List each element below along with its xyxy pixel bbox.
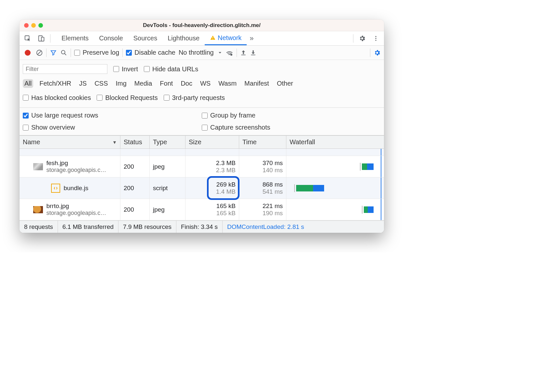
table-header: Name▼ Status Type Size Time Waterfall bbox=[20, 136, 384, 149]
checkbox-label: Disable cache bbox=[134, 49, 175, 56]
upload-har-icon[interactable] bbox=[240, 49, 247, 56]
panel-tabs-row: Elements Console Sources Lighthouse Netw… bbox=[20, 31, 384, 46]
tab-lighthouse[interactable]: Lighthouse bbox=[162, 31, 205, 45]
device-toolbar-icon[interactable] bbox=[36, 34, 46, 43]
filter-type-img[interactable]: Img bbox=[114, 79, 128, 88]
col-name[interactable]: Name▼ bbox=[20, 136, 120, 148]
request-name: bundle.js bbox=[63, 185, 88, 192]
filter-type-all[interactable]: All bbox=[23, 79, 33, 88]
third-party-requests-checkbox[interactable]: 3rd-party requests bbox=[164, 94, 225, 102]
svg-point-10 bbox=[230, 54, 232, 56]
close-window-button[interactable] bbox=[24, 23, 29, 28]
svg-point-5 bbox=[375, 36, 376, 37]
tab-sources[interactable]: Sources bbox=[128, 31, 162, 45]
filter-type-doc[interactable]: Doc bbox=[179, 79, 194, 88]
request-name: fesh.jpg bbox=[46, 160, 106, 167]
tab-label: Console bbox=[99, 35, 123, 42]
filter-type-js[interactable]: JS bbox=[77, 79, 88, 88]
select-value: No throttling bbox=[179, 49, 214, 56]
network-table: Name▼ Status Type Size Time Waterfall fe… bbox=[20, 135, 384, 220]
more-tabs-icon[interactable]: » bbox=[247, 34, 256, 43]
table-body[interactable]: fesh.jpgstorage.googleapis.c…200jpeg2.3 … bbox=[20, 149, 384, 220]
filter-type-other[interactable]: Other bbox=[275, 79, 295, 88]
table-row[interactable] bbox=[20, 149, 384, 156]
col-type[interactable]: Type bbox=[150, 136, 185, 148]
divider bbox=[71, 49, 71, 57]
checkbox-label: Hide data URLs bbox=[152, 65, 198, 73]
filter-panel: Invert Hide data URLs AllFetch/XHRJSCSSI… bbox=[20, 60, 384, 108]
throttling-select[interactable]: No throttling bbox=[179, 49, 222, 56]
divider bbox=[122, 49, 123, 57]
blocked-requests-checkbox[interactable]: Blocked Requests bbox=[97, 94, 158, 102]
inspect-element-icon[interactable] bbox=[23, 34, 33, 43]
filter-funnel-icon[interactable] bbox=[50, 49, 57, 56]
col-size[interactable]: Size bbox=[185, 136, 239, 148]
tab-label: Lighthouse bbox=[168, 35, 199, 42]
filter-type-fetchxhr[interactable]: Fetch/XHR bbox=[38, 79, 73, 88]
checkbox-label: Preserve log bbox=[83, 49, 119, 56]
status-requests: 8 requests bbox=[20, 221, 58, 233]
cell-waterfall bbox=[286, 156, 384, 177]
network-settings-gear-icon[interactable] bbox=[374, 49, 381, 56]
svg-point-9 bbox=[62, 50, 65, 54]
tab-elements[interactable]: Elements bbox=[56, 31, 94, 45]
kebab-menu-icon[interactable] bbox=[371, 34, 381, 43]
group-by-frame-checkbox[interactable]: Group by frame bbox=[202, 112, 381, 119]
invert-checkbox[interactable]: Invert bbox=[113, 65, 138, 73]
tab-network[interactable]: Network bbox=[205, 31, 247, 45]
status-finish: Finish: 3.34 s bbox=[176, 221, 223, 233]
has-blocked-cookies-checkbox[interactable]: Has blocked cookies bbox=[23, 94, 91, 102]
table-row[interactable]: fesh.jpgstorage.googleapis.c…200jpeg2.3 … bbox=[20, 156, 384, 177]
hide-data-urls-checkbox[interactable]: Hide data URLs bbox=[144, 65, 198, 73]
divider bbox=[370, 49, 370, 57]
checkbox-label: Has blocked cookies bbox=[31, 94, 91, 102]
titlebar: DevTools - foul-heavenly-direction.glitc… bbox=[20, 20, 384, 31]
cell-time: 221 ms190 ms bbox=[239, 199, 286, 220]
show-overview-checkbox[interactable]: Show overview bbox=[23, 124, 202, 131]
checkbox-label: Capture screenshots bbox=[210, 124, 270, 131]
svg-rect-3 bbox=[212, 37, 213, 38]
image-thumbnail-icon bbox=[33, 206, 43, 213]
table-row[interactable]: brrto.jpgstorage.googleapis.c…200jpeg165… bbox=[20, 199, 384, 220]
filter-input[interactable] bbox=[23, 64, 107, 74]
filter-type-font[interactable]: Font bbox=[158, 79, 174, 88]
filter-type-css[interactable]: CSS bbox=[93, 79, 109, 88]
capture-screenshots-checkbox[interactable]: Capture screenshots bbox=[202, 124, 381, 131]
network-toolbar: Preserve log Disable cache No throttling bbox=[20, 46, 384, 60]
use-large-rows-checkbox[interactable]: Use large request rows bbox=[23, 112, 202, 119]
col-waterfall[interactable]: Waterfall bbox=[286, 136, 384, 148]
record-button[interactable] bbox=[23, 48, 33, 58]
filter-type-ws[interactable]: WS bbox=[199, 79, 212, 88]
disable-cache-checkbox[interactable]: Disable cache bbox=[126, 49, 175, 56]
preserve-log-checkbox[interactable]: Preserve log bbox=[74, 49, 119, 56]
svg-rect-11 bbox=[241, 54, 245, 55]
col-time[interactable]: Time bbox=[239, 136, 286, 148]
cell-type: jpeg bbox=[150, 199, 185, 220]
col-status[interactable]: Status bbox=[120, 136, 150, 148]
sort-indicator-icon: ▼ bbox=[112, 140, 117, 145]
filter-type-media[interactable]: Media bbox=[133, 79, 154, 88]
settings-gear-icon[interactable] bbox=[357, 34, 367, 43]
search-icon[interactable] bbox=[60, 49, 67, 56]
divider bbox=[46, 49, 47, 57]
filter-type-wasm[interactable]: Wasm bbox=[217, 79, 238, 88]
status-resources: 7.9 MB resources bbox=[118, 221, 176, 233]
status-transferred: 6.1 MB transferred bbox=[58, 221, 118, 233]
checkbox-label: Blocked Requests bbox=[105, 94, 158, 102]
network-options: Use large request rows Group by frame Sh… bbox=[20, 108, 384, 135]
filter-type-manifest[interactable]: Manifest bbox=[243, 79, 271, 88]
tab-console[interactable]: Console bbox=[94, 31, 128, 45]
minimize-window-button[interactable] bbox=[31, 23, 36, 28]
request-domain: storage.googleapis.c… bbox=[46, 167, 106, 174]
table-row[interactable]: bundle.js200script269 kB1.4 MB868 ms541 … bbox=[20, 177, 384, 199]
network-conditions-icon[interactable] bbox=[226, 49, 233, 57]
svg-rect-4 bbox=[212, 39, 213, 39]
panel-tabs: Elements Console Sources Lighthouse Netw… bbox=[56, 31, 349, 45]
clear-icon[interactable] bbox=[36, 49, 43, 56]
cell-size: 165 kB165 kB bbox=[185, 199, 239, 220]
checkbox-label: Use large request rows bbox=[31, 112, 98, 119]
cell-type: jpeg bbox=[150, 156, 185, 177]
zoom-window-button[interactable] bbox=[38, 23, 43, 28]
cell-status: 200 bbox=[120, 156, 150, 177]
download-har-icon[interactable] bbox=[250, 49, 256, 56]
